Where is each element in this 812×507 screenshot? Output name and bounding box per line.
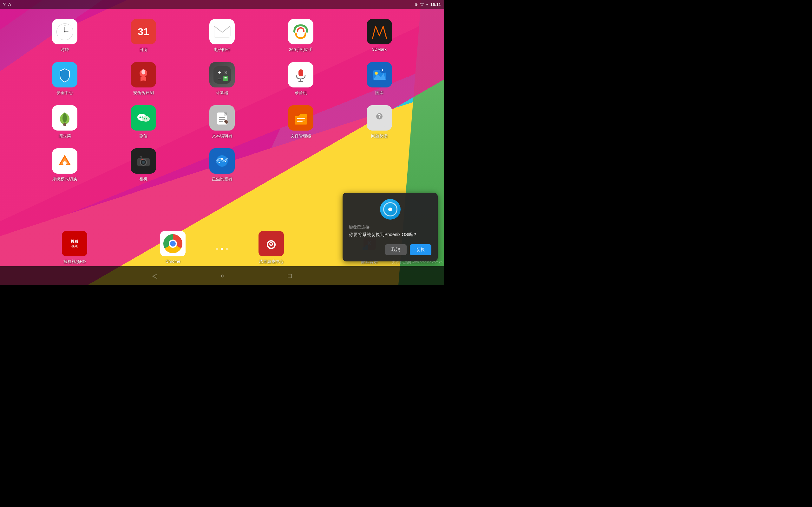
clock-icon: 12 xyxy=(52,19,78,44)
camera-icon xyxy=(131,148,156,174)
chrome-label: Chrome xyxy=(165,259,180,264)
gallery-label: 图库 xyxy=(375,90,384,96)
svg-point-64 xyxy=(142,159,142,160)
app-peadock[interactable]: 豌豆荚 xyxy=(26,105,104,139)
app-modeswitch[interactable]: 系统模式切换 xyxy=(26,148,104,182)
app-filemanager[interactable]: 文件管理器 xyxy=(261,105,340,139)
app-3dmark[interactable]: 3DMark xyxy=(340,19,419,53)
app-camera[interactable]: 相机 xyxy=(104,148,183,182)
svg-point-57 xyxy=(63,161,67,165)
app-xingchen[interactable]: 星尘浏览器 xyxy=(183,148,261,182)
xingchen-icon xyxy=(209,148,235,174)
sohu-label: 搜狐视频HD xyxy=(63,259,86,265)
app-security[interactable]: 安全中心 xyxy=(26,62,104,96)
svg-text:−: − xyxy=(218,76,221,82)
svg-rect-70 xyxy=(66,235,84,252)
system-switch-dialog: 键盘已连接 你要将系统切换到Phoenix OS吗？ 取消 切换 xyxy=(343,193,438,262)
modeswitch-icon xyxy=(52,148,78,174)
svg-point-35 xyxy=(144,118,145,119)
recorder-label: 录音机 xyxy=(295,90,307,96)
peadock-label: 豌豆荚 xyxy=(59,133,71,139)
svg-rect-48 xyxy=(297,118,305,119)
app-gallery[interactable]: 图库 xyxy=(340,62,419,96)
svg-point-36 xyxy=(146,118,147,119)
app-empty-4 xyxy=(261,148,340,182)
dialog-title: 键盘已连接 xyxy=(349,224,432,230)
svg-rect-29 xyxy=(64,123,66,126)
app-clock[interactable]: 12 时钟 xyxy=(26,19,104,53)
svg-point-77 xyxy=(270,243,272,245)
calendar-icon: 31 xyxy=(131,19,156,44)
360-label: 360手机助手 xyxy=(289,47,312,53)
status-bar: ? A ⊖ ▽ ▪ 16:11 xyxy=(0,0,444,9)
calendar-label: 日历 xyxy=(139,47,148,53)
nav-bar: ◁ ○ □ xyxy=(0,266,444,285)
svg-text:×: × xyxy=(224,69,228,76)
3dmark-icon xyxy=(367,19,392,44)
nav-recent-button[interactable]: □ xyxy=(288,272,292,279)
3dmark-label: 3DMark xyxy=(372,47,387,52)
app-wechat[interactable]: 微信 xyxy=(104,105,183,139)
svg-point-67 xyxy=(221,158,223,160)
nav-back-button[interactable]: ◁ xyxy=(152,272,157,279)
app-grid: 12 时钟 31 日历 电子邮件 xyxy=(0,13,444,188)
status-left: ? A xyxy=(3,2,11,7)
app-empty-5 xyxy=(340,148,419,182)
360-icon xyxy=(288,19,313,44)
svg-point-62 xyxy=(142,161,145,164)
app-feedback[interactable]: ? 问题反馈 xyxy=(340,105,419,139)
svg-rect-7 xyxy=(371,23,388,41)
status-right: ⊖ ▽ ▪ 16:11 xyxy=(415,2,441,7)
recorder-icon xyxy=(288,62,313,88)
camera-label: 相机 xyxy=(139,176,148,182)
calculator-label: 计算器 xyxy=(216,90,229,96)
dialog-message: 你要将系统切换到Phoenix OS吗？ xyxy=(349,232,432,238)
svg-rect-12 xyxy=(213,66,231,83)
nav-home-button[interactable]: ○ xyxy=(220,272,224,279)
wechat-label: 微信 xyxy=(139,133,148,139)
calendar-date: 31 xyxy=(138,26,149,37)
app-recorder[interactable]: 录音机 xyxy=(261,62,340,96)
peadock-icon xyxy=(52,105,78,130)
svg-text:搜狐: 搜狐 xyxy=(70,239,79,244)
app-email[interactable]: 电子邮件 xyxy=(183,19,261,53)
svg-text:12: 12 xyxy=(64,25,66,26)
app-360[interactable]: 360手机助手 xyxy=(261,19,340,53)
gallery-icon xyxy=(367,62,392,88)
app-calendar[interactable]: 31 日历 xyxy=(104,19,183,53)
texteditor-label: 文本编辑器 xyxy=(212,133,233,139)
antutu-label: 安兔兔评测 xyxy=(133,90,154,96)
wechat-icon xyxy=(131,105,156,130)
svg-text:视频: 视频 xyxy=(71,244,78,248)
app-applegame[interactable]: 艺果游戏中心 xyxy=(258,231,284,265)
dialog-buttons: 取消 切换 xyxy=(349,244,432,255)
clock-label: 时钟 xyxy=(61,47,69,53)
svg-text:?: ? xyxy=(378,113,381,119)
antutu-icon xyxy=(131,62,156,88)
notification-icon: ? xyxy=(3,2,6,7)
sohu-icon: 搜狐 视频 xyxy=(62,231,87,257)
applegame-icon xyxy=(258,231,284,257)
svg-rect-19 xyxy=(299,69,303,76)
security-label: 安全中心 xyxy=(56,90,73,96)
app-chrome[interactable]: Chrome xyxy=(160,231,186,265)
filemanager-label: 文件管理器 xyxy=(291,133,311,139)
app-calculator[interactable]: + × − = 计算器 xyxy=(183,62,261,96)
app-antutu[interactable]: 安兔兔评测 xyxy=(104,62,183,96)
dialog-confirm-button[interactable]: 切换 xyxy=(410,244,432,255)
svg-rect-43 xyxy=(219,121,223,122)
calculator-icon: + × − = xyxy=(209,62,235,88)
security-icon xyxy=(52,62,78,88)
xingchen-label: 星尘浏览器 xyxy=(212,176,233,182)
phoenix-os-icon xyxy=(380,199,401,220)
svg-point-32 xyxy=(139,116,141,118)
filemanager-icon xyxy=(288,105,313,130)
applegame-label: 艺果游戏中心 xyxy=(259,259,284,265)
svg-text:+: + xyxy=(218,69,221,76)
app-sohu[interactable]: 搜狐 视频 搜狐视频HD xyxy=(62,231,87,265)
dialog-cancel-button[interactable]: 取消 xyxy=(385,244,407,255)
watermark: 太平洋电脑网 www.pconline.com.cn xyxy=(392,260,443,265)
feedback-label: 问题反馈 xyxy=(371,133,388,139)
app-texteditor[interactable]: 文本编辑器 xyxy=(183,105,261,139)
wifi-icon: ▽ xyxy=(420,2,424,7)
